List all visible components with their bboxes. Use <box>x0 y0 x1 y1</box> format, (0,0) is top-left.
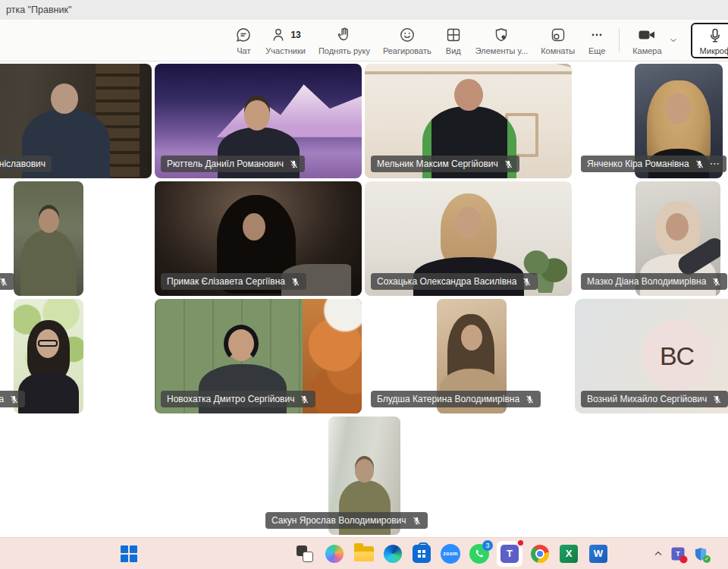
meeting-toolbar: Чат 13 Участники Поднять руку Реагироват… <box>0 20 728 61</box>
chevron-up-icon <box>653 549 664 559</box>
participant-name: Сохацька Олександра Василівна <box>377 276 516 287</box>
participant-name-label: ндрійович <box>0 273 14 290</box>
react-label: Реагировать <box>383 46 431 55</box>
rooms-icon <box>549 26 567 44</box>
tile-sakun[interactable]: Сакун Ярослав Володимирович <box>259 417 467 535</box>
teams-button[interactable]: T <box>497 541 522 567</box>
more-ellipsis-icon <box>588 26 606 44</box>
task-view-button[interactable] <box>297 545 313 562</box>
react-button[interactable]: Реагировать <box>383 25 431 55</box>
notification-dot <box>516 539 525 547</box>
mic-label: Микроф <box>700 46 728 55</box>
chevron-down-icon <box>669 36 678 45</box>
participants-icon <box>270 26 288 44</box>
tile-voznyi[interactable]: ВС Возний Михайло Сергійович <box>575 299 728 413</box>
zoom-app-button[interactable]: zoom <box>441 544 460 564</box>
meeting-apps-button[interactable]: Элементы у... <box>475 25 528 55</box>
tile-dmytrivna[interactable]: ія Дмитрівна <box>0 299 152 413</box>
zoom-app-icon: zoom <box>441 544 460 564</box>
start-button[interactable] <box>121 545 137 562</box>
view-label: Вид <box>446 46 461 55</box>
task-view-icon <box>297 545 313 562</box>
tile-riuttel[interactable]: Рюттель Даниїл Романович <box>155 64 362 178</box>
raise-hand-label: Поднять руку <box>318 46 370 55</box>
participant-name-label: Примак Єлізавета Сергіївна <box>161 273 306 290</box>
participant-name: Блудша Катерина Володимирівна <box>377 394 519 404</box>
participant-name: Возний Михайло Сергійович <box>587 394 707 404</box>
window-title-bar: ртка "Правник" <box>0 0 728 20</box>
participant-name-label: Мельник Максим Сергійович <box>371 156 519 172</box>
mic-muted-icon <box>9 395 19 404</box>
participant-name: Рюттель Даниїл Романович <box>167 159 284 169</box>
word-button[interactable]: W <box>589 545 607 563</box>
tile-more-options-icon[interactable]: ⋯ <box>710 160 720 168</box>
tray-expand-button[interactable] <box>653 549 664 559</box>
defender-tray-button[interactable]: ✓ <box>693 546 708 561</box>
shield-gear-icon <box>492 26 510 44</box>
tile-novokhatka[interactable]: Новохатка Дмитро Сергійович <box>155 299 362 413</box>
raise-hand-button[interactable]: Поднять руку <box>318 25 370 55</box>
more-button[interactable]: Еще <box>588 25 606 55</box>
more-label: Еще <box>588 46 605 55</box>
participant-name-label: Янченко Кіра Романівна ⋯ <box>581 156 726 172</box>
tile-andriiovych[interactable]: ндрійович <box>0 181 152 296</box>
mic-toggle-button[interactable]: Микроф <box>691 23 728 58</box>
participant-name: Сакун Ярослав Володимирович <box>271 515 406 526</box>
tile-bludsha[interactable]: Блудша Катерина Володимирівна <box>365 299 572 413</box>
participant-name: Янченко Кіра Романівна <box>587 159 689 169</box>
tile-mazko[interactable]: Мазко Діана Володимирівна <box>575 181 728 296</box>
camera-button[interactable]: Камера <box>632 25 661 55</box>
teams-tray-icon: T <box>672 547 685 560</box>
mic-muted-icon <box>711 277 721 287</box>
camera-options-chevron[interactable] <box>669 20 678 61</box>
mic-icon <box>706 27 724 45</box>
participant-name: ія Дмитрівна <box>0 394 4 404</box>
mic-muted-icon <box>290 277 300 287</box>
edge-button[interactable] <box>384 545 402 563</box>
excel-button[interactable]: X <box>560 545 578 563</box>
teams-tray-icon-button[interactable]: T <box>672 547 685 560</box>
whatsapp-button[interactable]: 3 <box>469 544 489 564</box>
copilot-icon <box>325 545 344 563</box>
mic-muted-icon <box>289 159 299 169</box>
participants-button[interactable]: 13 Участники <box>265 25 306 55</box>
check-icon: ✓ <box>703 555 711 563</box>
rooms-label: Комнаты <box>541 46 575 55</box>
participant-name-label: Рюттель Даниїл Романович <box>161 156 305 172</box>
camera-icon <box>637 26 657 44</box>
participant-name-label: Возний Михайло Сергійович <box>581 391 728 407</box>
participant-name: Примак Єлізавета Сергіївна <box>167 276 285 287</box>
avatar: ВС <box>642 320 713 391</box>
chrome-button[interactable] <box>531 545 549 563</box>
notification-dot <box>680 555 688 563</box>
tile-stanislavovych[interactable]: дислав Станіславович <box>0 64 152 178</box>
raise-hand-icon <box>335 26 353 44</box>
windows-taskbar: Поиск zoom 3 T <box>0 537 728 569</box>
store-icon <box>413 545 431 563</box>
excel-icon: X <box>560 545 578 563</box>
teams-active-background: T <box>497 541 522 567</box>
file-explorer-button[interactable] <box>354 546 374 561</box>
toolbar-divider <box>619 29 620 52</box>
tile-melnyk[interactable]: Мельник Максим Сергійович <box>365 64 572 178</box>
store-button[interactable] <box>413 545 431 563</box>
mic-muted-icon <box>525 395 535 404</box>
folder-icon <box>354 546 374 561</box>
participant-name-label: ія Дмитрівна <box>0 391 25 407</box>
chrome-icon <box>531 545 549 563</box>
participant-video <box>14 181 83 296</box>
participant-name-label: Блудша Катерина Володимирівна <box>371 391 541 407</box>
mic-muted-icon <box>695 159 704 169</box>
participant-name-label: Сохацька Олександра Василівна <box>371 273 538 290</box>
participants-count: 13 <box>290 30 300 40</box>
view-button[interactable]: Вид <box>444 25 463 55</box>
tile-prymak[interactable]: Примак Єлізавета Сергіївна <box>155 181 362 296</box>
participant-name: Мазко Діана Володимирівна <box>587 276 706 287</box>
tile-sokhatska[interactable]: Сохацька Олександра Василівна <box>365 181 572 296</box>
word-icon: W <box>589 545 607 563</box>
video-grid: дислав Станіславович Рюттель Даниїл Рома… <box>0 61 728 537</box>
copilot-button[interactable] <box>325 545 344 563</box>
chat-button[interactable]: Чат <box>234 25 253 55</box>
tile-yanchenko[interactable]: Янченко Кіра Романівна ⋯ <box>575 64 728 178</box>
rooms-button[interactable]: Комнаты <box>541 25 575 55</box>
